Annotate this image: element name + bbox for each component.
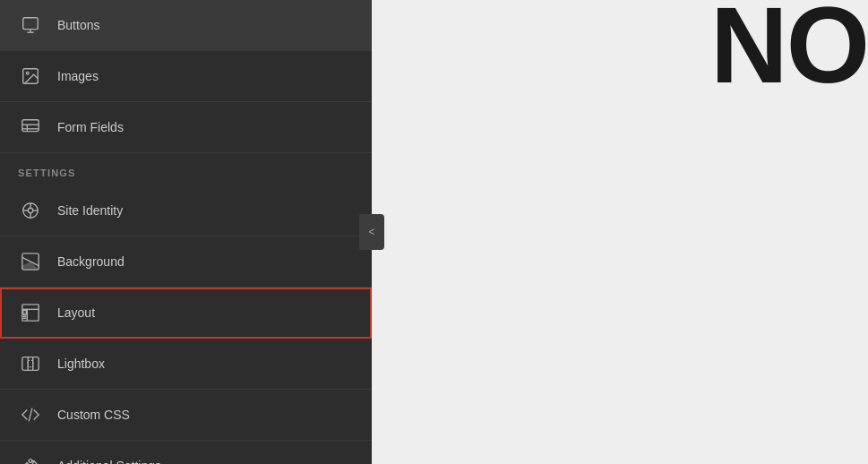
sidebar-item-buttons[interactable]: Buttons <box>0 0 372 51</box>
svg-marker-17 <box>22 262 39 270</box>
sidebar-item-buttons-label: Buttons <box>57 18 99 32</box>
main-content: NO <box>372 0 868 464</box>
sidebar-item-layout[interactable]: Layout <box>0 288 372 339</box>
svg-rect-0 <box>23 18 39 30</box>
svg-rect-28 <box>28 360 33 366</box>
sidebar-item-site-identity[interactable]: Site Identity <box>0 185 372 236</box>
sidebar-item-lightbox[interactable]: Lightbox <box>0 339 372 390</box>
cursor-icon <box>18 13 43 38</box>
sidebar-item-site-identity-label: Site Identity <box>57 203 123 218</box>
settings-section-label: SETTINGS <box>0 153 372 185</box>
sidebar-item-background[interactable]: Background <box>0 236 372 288</box>
sidebar-collapse-toggle[interactable]: < <box>359 214 384 250</box>
lightbox-icon <box>18 351 43 376</box>
sidebar-item-layout-label: Layout <box>57 305 95 320</box>
svg-rect-21 <box>23 310 27 314</box>
layout-icon <box>18 300 43 325</box>
sidebar-item-form-fields-label: Form Fields <box>57 120 124 134</box>
background-icon <box>18 249 43 274</box>
sidebar-item-form-fields[interactable]: Form Fields <box>0 102 372 153</box>
svg-line-29 <box>29 408 32 422</box>
settings-icon <box>18 453 43 464</box>
image-icon <box>18 64 43 89</box>
main-display-text: NO <box>710 0 868 99</box>
css-icon <box>18 402 43 427</box>
sidebar-item-images[interactable]: Images <box>0 51 372 102</box>
sidebar-item-additional-settings-label: Additional Settings <box>57 459 161 464</box>
sidebar-item-custom-css[interactable]: Custom CSS <box>0 390 372 441</box>
svg-point-35 <box>29 460 32 463</box>
sidebar-wrapper: Buttons Images Form Field <box>0 0 372 464</box>
sidebar-item-background-label: Background <box>57 254 125 269</box>
sidebar-item-custom-css-label: Custom CSS <box>57 408 130 422</box>
sidebar-item-lightbox-label: Lightbox <box>57 357 105 371</box>
identity-icon <box>18 198 43 223</box>
form-icon <box>18 115 43 140</box>
collapse-toggle-icon: < <box>368 226 374 238</box>
svg-rect-5 <box>22 120 39 132</box>
sidebar-item-additional-settings[interactable]: Additional Settings <box>0 441 372 464</box>
svg-rect-25 <box>22 357 39 371</box>
svg-point-10 <box>28 208 33 213</box>
sidebar-item-images-label: Images <box>57 69 99 83</box>
sidebar: Buttons Images Form Field <box>0 0 372 464</box>
svg-point-4 <box>26 72 29 74</box>
